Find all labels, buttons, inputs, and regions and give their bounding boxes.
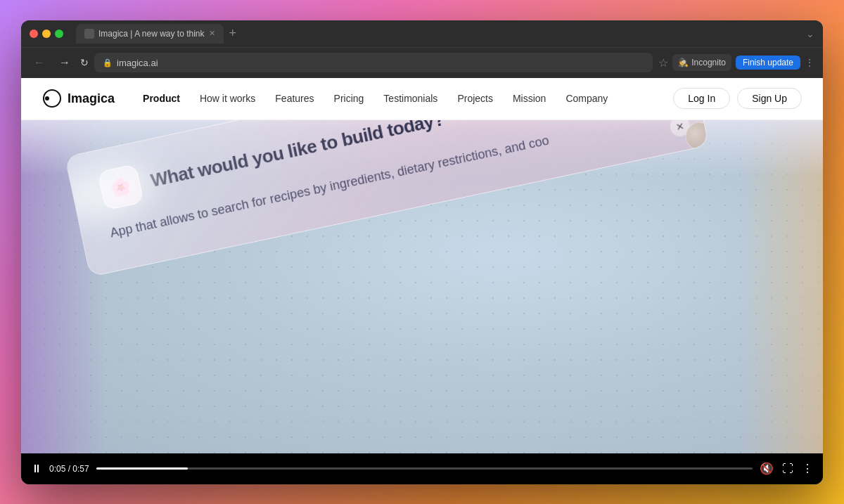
video-content: 🌸 What would you like to build today? Ap… [21,120,823,453]
minimize-button[interactable] [42,30,51,38]
signup-button[interactable]: Sign Up [737,88,802,109]
more-options-button[interactable]: ⋮ [802,462,813,475]
pause-button[interactable]: ⏸ [31,463,42,475]
nav-how-it-works[interactable]: How it works [200,93,255,104]
incognito-icon: 🕵 [678,58,689,67]
nav-links: Product How it works Features Pricing Te… [143,93,673,104]
tab-title: Imagica | A new way to think [98,29,205,39]
fullscreen-button[interactable]: ⛶ [782,463,793,475]
nav-projects[interactable]: Projects [457,93,493,104]
title-bar: Imagica | A new way to think ✕ + ⌄ [21,20,823,47]
video-progress-fill [96,467,188,470]
tab-favicon [84,29,94,39]
nav-features[interactable]: Features [275,93,314,104]
video-controls-right: 🔇 ⛶ ⋮ [760,462,813,475]
nav-company[interactable]: Company [565,93,608,104]
nav-mission[interactable]: Mission [513,93,546,104]
video-time: 0:05 / 0:57 [49,464,89,474]
nav-testimonials[interactable]: Testimonials [383,93,437,104]
maximize-button[interactable] [55,30,63,38]
toolbar: ← → ↻ 🔒 imagica.ai ☆ 🕵 Incognito Finish … [21,47,823,78]
nav-product[interactable]: Product [143,93,180,104]
tab-area: Imagica | A new way to think ✕ + [76,24,800,44]
video-controls-bar: ⏸ 0:05 / 0:57 🔇 ⛶ ⋮ [21,453,823,484]
nav-auth-buttons: Log In Sign Up [673,88,802,109]
traffic-lights [30,30,63,38]
logo-icon [42,89,62,108]
more-options-icon[interactable]: ⋮ [805,57,814,68]
url-text: imagica.ai [117,58,158,68]
forward-button[interactable]: → [55,53,75,72]
site-navigation: Imagica Product How it works Features Pr… [21,78,823,120]
back-button[interactable]: ← [30,53,49,72]
incognito-label: Incognito [691,58,726,67]
nav-pricing[interactable]: Pricing [334,93,364,104]
new-tab-button[interactable]: + [229,26,237,41]
svg-point-1 [45,96,49,101]
title-bar-right: ⌄ [806,28,814,39]
window-arrow-icon: ⌄ [806,28,814,39]
refresh-button[interactable]: ↻ [80,57,89,68]
toolbar-right: ☆ 🕵 Incognito Finish update ⋮ [658,54,814,71]
browser-tab[interactable]: Imagica | A new way to think ✕ [76,24,224,44]
address-bar[interactable]: 🔒 imagica.ai [94,53,653,72]
incognito-badge: 🕵 Incognito [672,54,731,71]
bookmark-icon[interactable]: ☆ [658,56,668,70]
video-progress-bar[interactable] [96,467,753,470]
login-button[interactable]: Log In [673,88,730,109]
close-button[interactable] [30,30,38,38]
mute-button[interactable]: 🔇 [760,462,774,475]
video-area: 🌸 What would you like to build today? Ap… [21,120,823,484]
webpage: Imagica Product How it works Features Pr… [21,78,823,484]
logo-area: Imagica [42,89,115,108]
browser-window: Imagica | A new way to think ✕ + ⌄ ← → ↻… [21,20,823,484]
logo-text: Imagica [68,91,115,106]
lock-icon: 🔒 [103,58,113,67]
finish-update-button[interactable]: Finish update [736,56,800,70]
tab-close-icon[interactable]: ✕ [209,29,215,38]
